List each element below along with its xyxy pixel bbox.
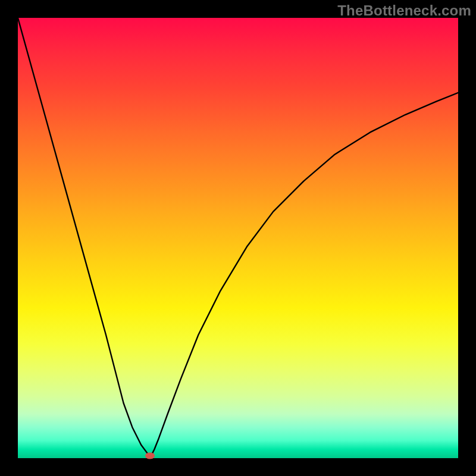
plot-area [18,18,458,458]
chart-frame: TheBottleneck.com [0,0,476,476]
watermark-text: TheBottleneck.com [337,2,471,19]
curve-svg [18,18,458,458]
bottleneck-curve [18,18,458,456]
minimum-marker [145,453,155,459]
